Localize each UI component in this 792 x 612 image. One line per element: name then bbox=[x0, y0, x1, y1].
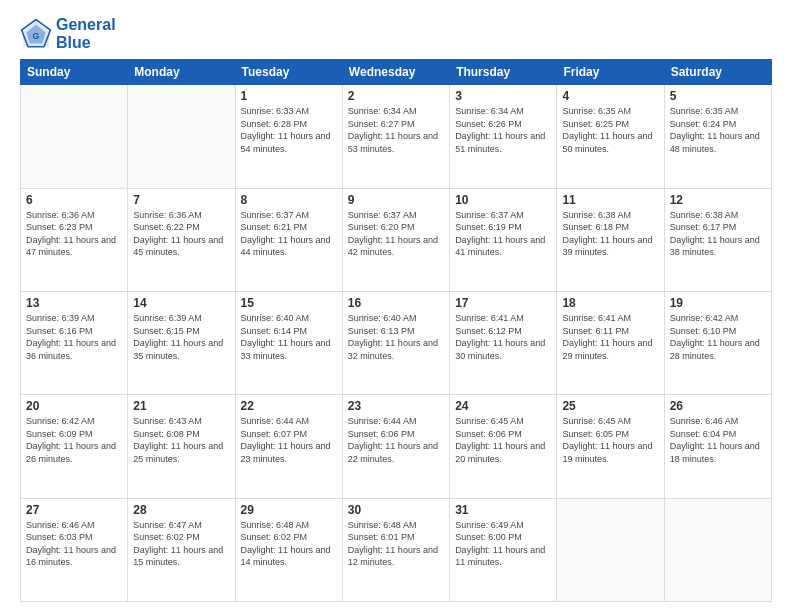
table-row: 30Sunrise: 6:48 AM Sunset: 6:01 PM Dayli… bbox=[342, 498, 449, 601]
logo-text: General Blue bbox=[56, 16, 116, 51]
day-info: Sunrise: 6:38 AM Sunset: 6:17 PM Dayligh… bbox=[670, 209, 766, 259]
day-number: 31 bbox=[455, 503, 551, 517]
day-number: 7 bbox=[133, 193, 229, 207]
day-info: Sunrise: 6:35 AM Sunset: 6:25 PM Dayligh… bbox=[562, 105, 658, 155]
table-row: 9Sunrise: 6:37 AM Sunset: 6:20 PM Daylig… bbox=[342, 188, 449, 291]
calendar-week-row: 20Sunrise: 6:42 AM Sunset: 6:09 PM Dayli… bbox=[21, 395, 772, 498]
day-info: Sunrise: 6:34 AM Sunset: 6:26 PM Dayligh… bbox=[455, 105, 551, 155]
col-saturday: Saturday bbox=[664, 60, 771, 85]
calendar-week-row: 13Sunrise: 6:39 AM Sunset: 6:16 PM Dayli… bbox=[21, 291, 772, 394]
calendar-week-row: 6Sunrise: 6:36 AM Sunset: 6:23 PM Daylig… bbox=[21, 188, 772, 291]
table-row: 24Sunrise: 6:45 AM Sunset: 6:06 PM Dayli… bbox=[450, 395, 557, 498]
day-info: Sunrise: 6:36 AM Sunset: 6:23 PM Dayligh… bbox=[26, 209, 122, 259]
day-number: 27 bbox=[26, 503, 122, 517]
day-number: 20 bbox=[26, 399, 122, 413]
day-number: 14 bbox=[133, 296, 229, 310]
day-info: Sunrise: 6:42 AM Sunset: 6:09 PM Dayligh… bbox=[26, 415, 122, 465]
day-info: Sunrise: 6:46 AM Sunset: 6:04 PM Dayligh… bbox=[670, 415, 766, 465]
day-info: Sunrise: 6:49 AM Sunset: 6:00 PM Dayligh… bbox=[455, 519, 551, 569]
day-number: 2 bbox=[348, 89, 444, 103]
day-number: 18 bbox=[562, 296, 658, 310]
day-info: Sunrise: 6:36 AM Sunset: 6:22 PM Dayligh… bbox=[133, 209, 229, 259]
logo-icon: G bbox=[20, 18, 52, 50]
day-number: 9 bbox=[348, 193, 444, 207]
table-row: 14Sunrise: 6:39 AM Sunset: 6:15 PM Dayli… bbox=[128, 291, 235, 394]
day-number: 25 bbox=[562, 399, 658, 413]
day-number: 28 bbox=[133, 503, 229, 517]
day-info: Sunrise: 6:48 AM Sunset: 6:01 PM Dayligh… bbox=[348, 519, 444, 569]
day-info: Sunrise: 6:33 AM Sunset: 6:28 PM Dayligh… bbox=[241, 105, 337, 155]
calendar-table: Sunday Monday Tuesday Wednesday Thursday… bbox=[20, 59, 772, 602]
day-info: Sunrise: 6:41 AM Sunset: 6:12 PM Dayligh… bbox=[455, 312, 551, 362]
logo: G General Blue bbox=[20, 16, 116, 51]
header: G General Blue bbox=[20, 16, 772, 51]
day-number: 21 bbox=[133, 399, 229, 413]
table-row: 2Sunrise: 6:34 AM Sunset: 6:27 PM Daylig… bbox=[342, 85, 449, 188]
col-wednesday: Wednesday bbox=[342, 60, 449, 85]
table-row: 10Sunrise: 6:37 AM Sunset: 6:19 PM Dayli… bbox=[450, 188, 557, 291]
day-number: 12 bbox=[670, 193, 766, 207]
table-row: 20Sunrise: 6:42 AM Sunset: 6:09 PM Dayli… bbox=[21, 395, 128, 498]
table-row: 21Sunrise: 6:43 AM Sunset: 6:08 PM Dayli… bbox=[128, 395, 235, 498]
day-number: 30 bbox=[348, 503, 444, 517]
day-number: 29 bbox=[241, 503, 337, 517]
day-info: Sunrise: 6:45 AM Sunset: 6:06 PM Dayligh… bbox=[455, 415, 551, 465]
table-row: 5Sunrise: 6:35 AM Sunset: 6:24 PM Daylig… bbox=[664, 85, 771, 188]
day-number: 15 bbox=[241, 296, 337, 310]
day-number: 8 bbox=[241, 193, 337, 207]
day-info: Sunrise: 6:38 AM Sunset: 6:18 PM Dayligh… bbox=[562, 209, 658, 259]
table-row: 16Sunrise: 6:40 AM Sunset: 6:13 PM Dayli… bbox=[342, 291, 449, 394]
day-number: 4 bbox=[562, 89, 658, 103]
table-row: 15Sunrise: 6:40 AM Sunset: 6:14 PM Dayli… bbox=[235, 291, 342, 394]
table-row bbox=[21, 85, 128, 188]
col-monday: Monday bbox=[128, 60, 235, 85]
svg-text:G: G bbox=[33, 30, 40, 40]
day-number: 5 bbox=[670, 89, 766, 103]
table-row: 12Sunrise: 6:38 AM Sunset: 6:17 PM Dayli… bbox=[664, 188, 771, 291]
page: G General Blue Sunday Monday Tuesday Wed… bbox=[0, 0, 792, 612]
table-row bbox=[664, 498, 771, 601]
day-number: 11 bbox=[562, 193, 658, 207]
day-info: Sunrise: 6:37 AM Sunset: 6:19 PM Dayligh… bbox=[455, 209, 551, 259]
table-row: 26Sunrise: 6:46 AM Sunset: 6:04 PM Dayli… bbox=[664, 395, 771, 498]
table-row: 7Sunrise: 6:36 AM Sunset: 6:22 PM Daylig… bbox=[128, 188, 235, 291]
table-row bbox=[557, 498, 664, 601]
day-info: Sunrise: 6:46 AM Sunset: 6:03 PM Dayligh… bbox=[26, 519, 122, 569]
day-info: Sunrise: 6:42 AM Sunset: 6:10 PM Dayligh… bbox=[670, 312, 766, 362]
day-info: Sunrise: 6:40 AM Sunset: 6:13 PM Dayligh… bbox=[348, 312, 444, 362]
day-number: 24 bbox=[455, 399, 551, 413]
day-number: 3 bbox=[455, 89, 551, 103]
table-row: 22Sunrise: 6:44 AM Sunset: 6:07 PM Dayli… bbox=[235, 395, 342, 498]
day-info: Sunrise: 6:41 AM Sunset: 6:11 PM Dayligh… bbox=[562, 312, 658, 362]
table-row: 11Sunrise: 6:38 AM Sunset: 6:18 PM Dayli… bbox=[557, 188, 664, 291]
day-info: Sunrise: 6:39 AM Sunset: 6:16 PM Dayligh… bbox=[26, 312, 122, 362]
day-info: Sunrise: 6:44 AM Sunset: 6:06 PM Dayligh… bbox=[348, 415, 444, 465]
table-row: 1Sunrise: 6:33 AM Sunset: 6:28 PM Daylig… bbox=[235, 85, 342, 188]
day-number: 17 bbox=[455, 296, 551, 310]
day-number: 26 bbox=[670, 399, 766, 413]
col-friday: Friday bbox=[557, 60, 664, 85]
day-info: Sunrise: 6:43 AM Sunset: 6:08 PM Dayligh… bbox=[133, 415, 229, 465]
day-number: 10 bbox=[455, 193, 551, 207]
table-row: 6Sunrise: 6:36 AM Sunset: 6:23 PM Daylig… bbox=[21, 188, 128, 291]
day-info: Sunrise: 6:37 AM Sunset: 6:21 PM Dayligh… bbox=[241, 209, 337, 259]
day-info: Sunrise: 6:47 AM Sunset: 6:02 PM Dayligh… bbox=[133, 519, 229, 569]
table-row: 8Sunrise: 6:37 AM Sunset: 6:21 PM Daylig… bbox=[235, 188, 342, 291]
day-info: Sunrise: 6:45 AM Sunset: 6:05 PM Dayligh… bbox=[562, 415, 658, 465]
table-row: 18Sunrise: 6:41 AM Sunset: 6:11 PM Dayli… bbox=[557, 291, 664, 394]
day-number: 23 bbox=[348, 399, 444, 413]
table-row: 31Sunrise: 6:49 AM Sunset: 6:00 PM Dayli… bbox=[450, 498, 557, 601]
table-row: 17Sunrise: 6:41 AM Sunset: 6:12 PM Dayli… bbox=[450, 291, 557, 394]
col-thursday: Thursday bbox=[450, 60, 557, 85]
day-info: Sunrise: 6:35 AM Sunset: 6:24 PM Dayligh… bbox=[670, 105, 766, 155]
table-row: 27Sunrise: 6:46 AM Sunset: 6:03 PM Dayli… bbox=[21, 498, 128, 601]
table-row: 28Sunrise: 6:47 AM Sunset: 6:02 PM Dayli… bbox=[128, 498, 235, 601]
day-info: Sunrise: 6:37 AM Sunset: 6:20 PM Dayligh… bbox=[348, 209, 444, 259]
table-row: 3Sunrise: 6:34 AM Sunset: 6:26 PM Daylig… bbox=[450, 85, 557, 188]
day-number: 13 bbox=[26, 296, 122, 310]
day-number: 22 bbox=[241, 399, 337, 413]
table-row: 25Sunrise: 6:45 AM Sunset: 6:05 PM Dayli… bbox=[557, 395, 664, 498]
table-row: 13Sunrise: 6:39 AM Sunset: 6:16 PM Dayli… bbox=[21, 291, 128, 394]
table-row: 4Sunrise: 6:35 AM Sunset: 6:25 PM Daylig… bbox=[557, 85, 664, 188]
day-info: Sunrise: 6:34 AM Sunset: 6:27 PM Dayligh… bbox=[348, 105, 444, 155]
